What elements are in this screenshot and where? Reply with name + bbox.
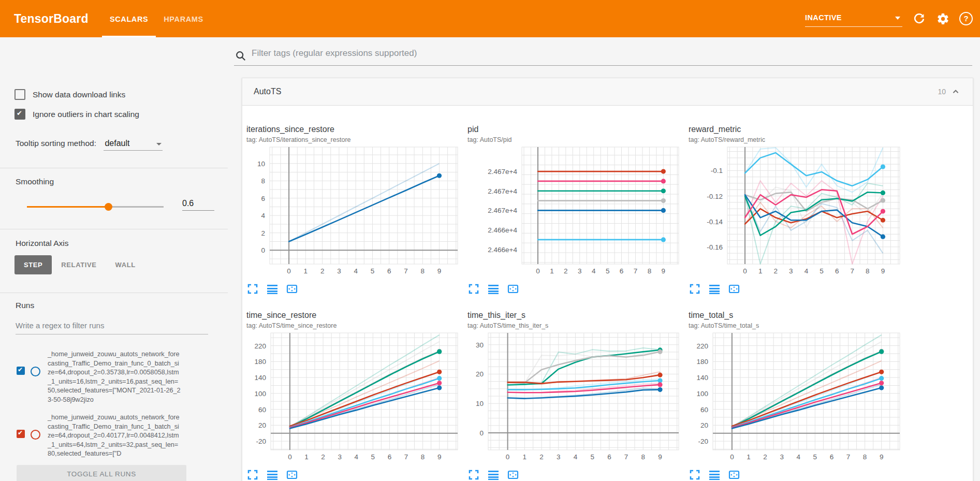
ignore-outliers-checkbox-row[interactable]: Ignore outliers in chart scaling [14, 109, 139, 120]
tooltip-sorting-row: Tooltip sorting method: default [16, 139, 163, 151]
log-scale-icon[interactable] [487, 283, 500, 295]
chevron-up-icon[interactable] [950, 86, 961, 97]
app-title: TensorBoard [14, 0, 89, 37]
run-row[interactable]: _home_junweid_zouwu_autots_network_forec… [17, 413, 181, 459]
scalar-chart-card: reward_metric tag: AutoTS/reward_metric … [689, 124, 902, 295]
fit-domain-icon[interactable] [728, 283, 740, 295]
run-name: _home_junweid_zouwu_autots_network_forec… [48, 413, 181, 459]
chart-tag: tag: AutoTS/iterations_since_restore [246, 136, 460, 144]
svg-text:140: 140 [696, 374, 708, 382]
help-icon[interactable]: ? [959, 11, 973, 26]
svg-text:100: 100 [696, 390, 708, 398]
expand-icon[interactable] [246, 283, 259, 295]
log-scale-icon[interactable] [708, 469, 721, 481]
autots-card-header[interactable]: AutoTS 10 [242, 78, 973, 106]
svg-text:-0.14: -0.14 [707, 218, 723, 226]
fit-domain-icon[interactable] [286, 283, 298, 295]
chart-plot[interactable]: 01020300123456789 [467, 331, 681, 464]
svg-text:-0.16: -0.16 [707, 243, 723, 251]
svg-text:2: 2 [564, 267, 568, 275]
svg-text:6: 6 [830, 453, 834, 461]
fit-domain-icon[interactable] [507, 469, 519, 481]
tab-hparams[interactable]: HPARAMS [156, 0, 211, 37]
svg-text:4: 4 [355, 453, 359, 461]
svg-text:4: 4 [574, 453, 578, 461]
axis-relative-button[interactable]: RELATIVE [52, 255, 106, 274]
svg-text:-0.12: -0.12 [707, 193, 723, 200]
charts-grid: iterations_since_restore tag: AutoTS/ite… [242, 106, 973, 481]
smoothing-value[interactable]: 0.6 [182, 199, 214, 211]
checkbox-icon[interactable] [14, 109, 25, 120]
run-checkbox-icon[interactable] [17, 367, 25, 375]
svg-text:8: 8 [261, 177, 265, 185]
toggle-all-runs-button[interactable]: TOGGLE ALL RUNS [17, 465, 186, 481]
search-icon [235, 50, 246, 62]
run-solo-radio-icon[interactable] [31, 367, 40, 376]
tab-scalars[interactable]: SCALARS [102, 0, 156, 37]
reload-icon[interactable] [912, 11, 926, 26]
svg-text:0: 0 [536, 267, 540, 275]
svg-text:2.466e+4: 2.466e+4 [488, 246, 517, 254]
chart-toolbar [246, 283, 460, 295]
tag-filter-input[interactable] [251, 48, 967, 59]
tooltip-sorting-select[interactable]: default [104, 139, 163, 151]
axis-wall-button[interactable]: WALL [106, 255, 144, 274]
chevron-down-icon [895, 17, 900, 20]
smoothing-slider[interactable] [27, 202, 164, 211]
fit-domain-icon[interactable] [286, 469, 298, 481]
svg-text:2: 2 [763, 453, 767, 461]
checkbox-icon[interactable] [14, 89, 25, 100]
svg-text:4: 4 [592, 267, 596, 275]
expand-icon[interactable] [246, 469, 259, 481]
chart-tag: tag: AutoTS/reward_metric [689, 136, 902, 144]
app-header: TensorBoard SCALARS HPARAMS INACTIVE ? [0, 0, 980, 37]
show-download-links-checkbox-row[interactable]: Show data download links [14, 89, 125, 100]
chart-toolbar [467, 283, 681, 295]
expand-icon[interactable] [467, 469, 480, 481]
log-scale-icon[interactable] [487, 469, 500, 481]
slider-thumb[interactable] [105, 203, 112, 211]
fit-domain-icon[interactable] [728, 469, 740, 481]
chart-plot[interactable]: -2020601001401802200123456789 [246, 331, 460, 464]
svg-text:5: 5 [371, 453, 375, 461]
expand-icon[interactable] [689, 469, 701, 481]
svg-text:9: 9 [880, 453, 884, 461]
svg-text:0: 0 [261, 246, 265, 254]
log-scale-icon[interactable] [266, 469, 279, 481]
chart-plot[interactable]: -2020601001401802200123456789 [689, 331, 902, 464]
svg-text:0: 0 [506, 453, 510, 461]
chart-plot[interactable]: 2.467e+42.467e+42.467e+42.466e+42.466e+4… [467, 145, 681, 279]
axis-step-button[interactable]: STEP [14, 255, 52, 274]
run-row[interactable]: _home_junweid_zouwu_autots_network_forec… [17, 350, 181, 404]
run-checkbox-icon[interactable] [17, 430, 25, 438]
smoothing-control: 0.6 [27, 202, 220, 211]
divider [0, 229, 228, 229]
chart-title: time_this_iter_s [467, 310, 681, 320]
log-scale-icon[interactable] [708, 283, 721, 295]
svg-text:60: 60 [700, 406, 708, 414]
svg-text:2: 2 [321, 453, 325, 461]
run-solo-radio-icon[interactable] [31, 430, 40, 440]
chart-toolbar [246, 469, 460, 481]
svg-text:4: 4 [261, 212, 265, 220]
checkbox-label: Ignore outliers in chart scaling [33, 110, 139, 119]
svg-text:5: 5 [371, 267, 375, 275]
svg-text:9: 9 [658, 453, 662, 461]
status-dropdown[interactable]: INACTIVE [805, 11, 902, 27]
expand-icon[interactable] [689, 283, 701, 295]
settings-gear-icon[interactable] [935, 11, 950, 26]
expand-icon[interactable] [467, 283, 480, 295]
svg-text:2: 2 [320, 267, 325, 275]
runs-filter-input[interactable] [16, 319, 208, 334]
fit-domain-icon[interactable] [507, 283, 519, 295]
scalar-chart-card: time_total_s tag: AutoTS/time_total_s -2… [689, 310, 902, 481]
chart-plot[interactable]: -0.1-0.12-0.14-0.160123456789 [689, 145, 902, 279]
svg-text:8: 8 [641, 453, 646, 461]
chart-plot[interactable]: 02468100123456789 [246, 145, 460, 279]
svg-text:0: 0 [479, 429, 484, 437]
scalar-chart-card: iterations_since_restore tag: AutoTS/ite… [246, 124, 460, 295]
svg-text:6: 6 [835, 267, 839, 275]
log-scale-icon[interactable] [266, 283, 279, 295]
svg-text:20: 20 [258, 421, 266, 429]
svg-text:2.467e+4: 2.467e+4 [488, 207, 517, 214]
